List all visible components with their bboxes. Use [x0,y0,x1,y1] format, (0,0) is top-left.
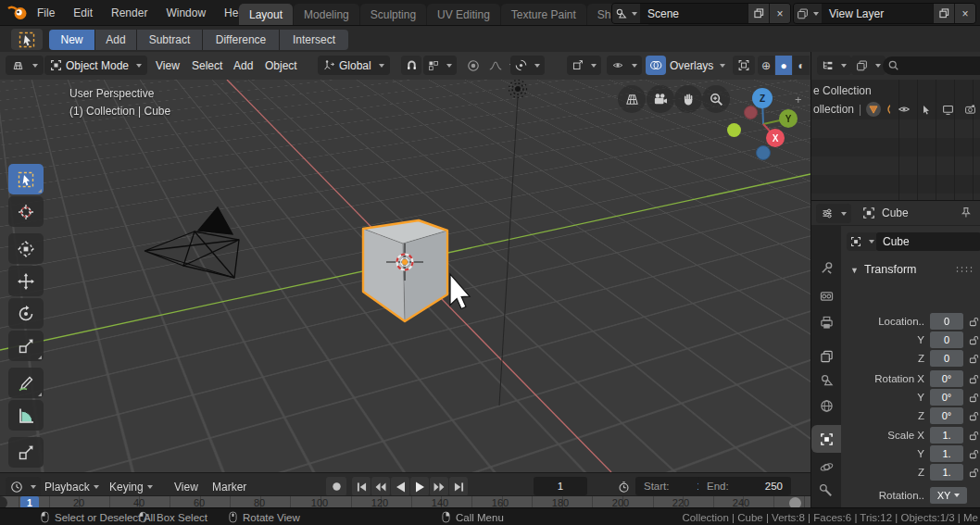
keying-menu[interactable]: Keying [109,477,153,496]
view-layer-close-icon[interactable]: × [954,4,975,23]
scale-z-field[interactable]: 1. [930,464,963,481]
playback-menu[interactable]: Playback [44,477,99,496]
menu-select[interactable]: Select [188,56,226,75]
hide-eye-icon[interactable] [898,103,911,116]
rotation-mode-dropdown[interactable]: XY [930,487,967,504]
rotation-x-field[interactable]: 0° [930,370,963,387]
scene-icon[interactable] [612,4,640,23]
menu-object[interactable]: Object [261,56,301,75]
editor-type-button[interactable] [6,56,44,75]
jump-end-button[interactable] [449,477,468,496]
lock-icon[interactable] [968,370,979,387]
location-x-field[interactable]: 0 [930,313,963,330]
pin-icon[interactable] [960,206,972,219]
pivot-point-dropdown[interactable] [510,56,545,75]
gizmo-y-axis[interactable]: Y [779,109,798,128]
jump-start-button[interactable] [352,477,371,496]
lock-icon[interactable] [968,445,979,462]
tool-select-box[interactable] [8,164,44,194]
subtract-button[interactable]: Subtract [137,30,203,50]
pan-view-button[interactable] [674,85,702,113]
tab-physics[interactable] [811,455,841,479]
gizmo-x-neg[interactable] [744,106,758,119]
menu-edit[interactable]: Edit [64,0,102,25]
shading-material-icon[interactable]: ◐ [793,56,810,75]
orientation-dropdown[interactable]: Global [318,56,390,75]
lock-icon[interactable] [968,331,979,348]
tab-world[interactable] [811,394,841,418]
sidebar-toggle[interactable]: + [795,93,802,106]
view-layer-icon[interactable] [794,4,822,23]
play-button[interactable] [410,477,429,496]
timeline-editor-type-button[interactable] [6,477,41,496]
new-button[interactable]: New [49,30,95,50]
overlays-toggle-button[interactable] [646,56,666,75]
lock-icon[interactable] [968,389,979,406]
select-arrow-icon[interactable] [921,104,932,116]
active-tool-button[interactable] [11,29,43,50]
scene-name[interactable]: Scene [640,7,748,20]
shading-wireframe-icon[interactable]: ⊕ [758,56,774,75]
marker-menu[interactable]: Marker [212,477,246,496]
gizmo-z-axis[interactable]: Z [752,88,773,108]
add-button[interactable]: Add [95,30,137,50]
tab-output[interactable] [811,310,841,334]
outliner-editor-type-button[interactable] [817,56,851,75]
scene-close-icon[interactable]: × [769,4,790,23]
visibility-dropdown[interactable] [607,56,642,75]
menu-add[interactable]: Add [230,56,257,75]
gizmo-y-neg[interactable] [727,123,741,137]
lock-icon[interactable] [968,427,979,444]
xray-toggle-button[interactable] [733,56,755,75]
grid-toggle-button[interactable] [618,85,646,113]
rotation-y-field[interactable]: 0° [930,389,963,406]
zoom-view-button[interactable] [702,85,730,113]
proportional-edit-button[interactable] [463,56,484,75]
gizmo-z-neg[interactable] [756,145,771,160]
view-menu[interactable]: View [174,477,198,496]
camera-view-button[interactable] [647,85,674,113]
lock-icon[interactable] [968,350,979,367]
outliner-filter-dropdown[interactable] [851,56,886,75]
tab-object[interactable] [811,425,841,453]
tool-transform[interactable] [8,233,44,264]
overlays-dropdown[interactable]: Overlays [670,56,725,75]
lock-icon[interactable] [968,407,979,424]
shading-solid-icon[interactable]: ● [775,56,792,75]
tab-scene[interactable] [811,368,841,392]
menu-view[interactable]: View [152,56,183,75]
end-frame-field[interactable]: End: 250 [698,477,791,495]
menu-window[interactable]: Window [157,0,215,25]
disable-render-icon[interactable] [964,104,976,115]
record-button[interactable] [326,477,346,496]
difference-button[interactable]: Difference [203,30,280,50]
object-id-dropdown[interactable] [847,232,878,251]
tool-annotate[interactable] [8,368,44,398]
current-frame-field[interactable]: 1 [534,477,587,495]
tab-tool[interactable] [811,256,841,280]
lock-icon[interactable] [968,313,979,330]
outliner-row-scene-collection[interactable]: e Collection [813,81,872,100]
object-name-field[interactable]: Cube [876,232,980,251]
viewport-3d[interactable]: User Perspective (1) Collection | Cube Z… [0,80,810,472]
tab-uv-editing[interactable]: UV Editing [427,4,500,25]
menu-render[interactable]: Render [102,0,157,25]
mode-dropdown[interactable]: Object Mode [44,56,147,75]
menu-file[interactable]: File [28,0,64,25]
rotation-z-field[interactable]: 0° [930,407,963,424]
tool-measure[interactable] [8,400,44,431]
panel-collapse-arrow[interactable]: ▼ [850,266,859,275]
tool-scale-cage[interactable] [8,437,44,468]
properties-editor-type-button[interactable] [816,204,851,223]
tab-texture-paint[interactable]: Texture Paint [501,4,586,25]
gizmos-dropdown[interactable] [567,56,601,75]
play-reverse-button[interactable] [391,477,409,496]
gizmo-x-axis[interactable]: X [766,129,785,147]
snap-toggle-button[interactable] [401,56,421,75]
outliner-row-collection[interactable]: ollection | [813,100,980,119]
tool-scale[interactable] [8,331,44,361]
rewind-button[interactable] [371,477,390,496]
panel-title[interactable]: Transform [864,263,917,276]
preview-range-button[interactable] [613,477,634,496]
tab-layout[interactable]: Layout [239,4,293,25]
